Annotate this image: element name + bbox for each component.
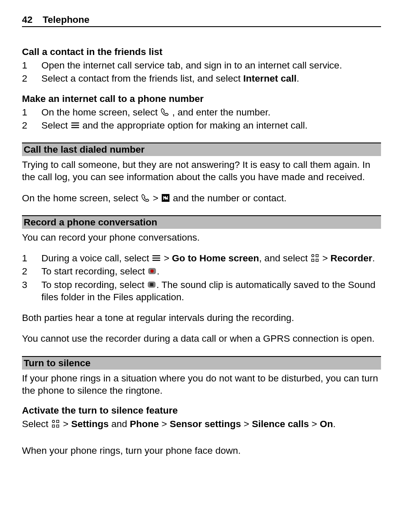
list-item: 2 Select and the appropriate option for … <box>22 119 381 132</box>
step-number: 2 <box>22 265 41 277</box>
step-number: 1 <box>22 106 41 118</box>
list-item: 1 During a voice call, select > Go to Ho… <box>22 252 381 264</box>
page-content: 42 Telephone Call a contact in the frien… <box>0 0 403 483</box>
svg-rect-2 <box>71 127 79 128</box>
bold-settings: Settings <box>71 419 109 429</box>
text-fragment: > <box>164 253 172 263</box>
list-item: 1 On the home screen, select , and enter… <box>22 106 381 118</box>
svg-rect-6 <box>152 260 160 261</box>
paragraph: Both parties hear a tone at regular inte… <box>22 312 381 324</box>
banner-record-conversation: Record a phone conversation <box>22 215 381 229</box>
text-fragment: and <box>109 419 130 429</box>
svg-rect-4 <box>152 255 160 256</box>
text-fragment: , and select <box>259 253 310 263</box>
svg-rect-18 <box>57 425 59 428</box>
svg-rect-14 <box>150 283 153 286</box>
paragraph-nav-path: Select > Settings and Phone > Sensor set… <box>22 418 381 430</box>
bold-sensor-settings: Sensor settings <box>170 419 241 429</box>
step-number: 1 <box>22 59 41 71</box>
header-section-title: Telephone <box>43 14 90 25</box>
paragraph: You can record your phone conversations. <box>22 231 381 244</box>
text-fragment: > <box>153 193 161 203</box>
apps-grid-icon <box>51 419 60 428</box>
list-item: 3 To stop recording, select . The sound … <box>22 279 381 304</box>
text-fragment: Select a contact from the friends list, … <box>41 73 243 84</box>
apps-grid-icon <box>310 253 320 263</box>
heading-call-contact-friends: Call a contact in the friends list <box>22 47 381 58</box>
svg-point-7 <box>311 255 314 257</box>
text-fragment: During a voice call, select <box>41 253 152 263</box>
step-number: 1 <box>22 252 41 264</box>
bold-silence-calls: Silence calls <box>252 419 309 429</box>
step-text: Select and the appropriate option for ma… <box>41 119 381 132</box>
svg-rect-0 <box>71 122 79 123</box>
paragraph: On the home screen, select > and the num… <box>22 192 381 204</box>
svg-rect-8 <box>316 255 319 257</box>
step-text: To stop recording, select . The sound cl… <box>41 279 381 304</box>
svg-rect-1 <box>71 125 79 126</box>
text-fragment: To start recording, select <box>41 266 147 277</box>
phone-icon <box>160 107 169 117</box>
list-item: 2 To start recording, select . <box>22 265 381 277</box>
heading-activate-silence: Activate the turn to silence feature <box>22 405 381 416</box>
text-fragment: . <box>157 266 159 277</box>
text-fragment: On the home screen, select <box>22 193 141 203</box>
text-fragment: > <box>159 419 170 429</box>
step-text: During a voice call, select > Go to Home… <box>41 252 381 264</box>
text-fragment: > <box>63 419 71 429</box>
svg-rect-16 <box>57 420 59 423</box>
step-number: 2 <box>22 72 41 85</box>
svg-point-12 <box>151 270 154 273</box>
bold-phone: Phone <box>130 419 159 429</box>
text-fragment: . <box>297 73 299 84</box>
text-fragment: Select <box>22 419 51 429</box>
svg-rect-5 <box>152 258 160 258</box>
text-fragment: . <box>372 253 375 263</box>
menu-icon <box>152 253 161 263</box>
step-number: 2 <box>22 119 41 132</box>
text-fragment: . <box>333 419 335 429</box>
svg-rect-17 <box>52 425 55 428</box>
steps-friends: 1 Open the internet call service tab, an… <box>22 59 381 85</box>
paragraph: When your phone rings, turn your phone f… <box>22 444 381 457</box>
svg-rect-9 <box>311 259 314 262</box>
step-text: On the home screen, select , and enter t… <box>41 106 381 118</box>
paragraph: You cannot use the recorder during a dat… <box>22 332 381 345</box>
step-text: To start recording, select . <box>41 265 381 277</box>
svg-point-15 <box>52 420 55 423</box>
step-number: 3 <box>22 279 41 304</box>
text-fragment: > <box>241 419 252 429</box>
text-fragment: Select <box>41 120 71 131</box>
bold-on: On <box>320 419 333 429</box>
record-button-icon <box>147 266 157 276</box>
text-fragment: > <box>309 419 320 429</box>
steps-record: 1 During a voice call, select > Go to Ho… <box>22 252 381 303</box>
svg-rect-10 <box>316 259 319 262</box>
text-fragment: > <box>322 253 330 263</box>
text-fragment: , and enter the number. <box>172 107 271 118</box>
banner-turn-silence: Turn to silence <box>22 356 381 370</box>
paragraph: Trying to call someone, but they are not… <box>22 159 381 184</box>
list-item: 1 Open the internet call service tab, an… <box>22 59 381 71</box>
bold-recorder: Recorder <box>330 253 372 263</box>
steps-internet-call: 1 On the home screen, select , and enter… <box>22 106 381 132</box>
banner-last-dialed: Call the last dialed number <box>22 143 381 156</box>
page-header: 42 Telephone <box>22 14 381 27</box>
text-fragment: To stop recording, select <box>41 280 147 290</box>
page-number: 42 <box>22 14 33 25</box>
step-text: Open the internet call service tab, and … <box>41 59 381 71</box>
text-fragment: On the home screen, select <box>41 107 160 118</box>
text-fragment: and the appropriate option for making an… <box>82 120 308 131</box>
paragraph: If your phone rings in a situation where… <box>22 372 381 397</box>
step-text: Select a contact from the friends list, … <box>41 72 381 85</box>
bold-internet-call: Internet call <box>243 73 297 84</box>
heading-internet-call-number: Make an internet call to a phone number <box>22 93 381 104</box>
text-fragment: and the number or contact. <box>173 193 286 203</box>
menu-icon <box>71 121 80 130</box>
stop-button-icon <box>147 280 156 289</box>
list-item: 2 Select a contact from the friends list… <box>22 72 381 85</box>
bold-go-home: Go to Home screen <box>172 253 259 263</box>
phone-icon <box>141 193 150 203</box>
call-log-icon <box>161 193 170 203</box>
